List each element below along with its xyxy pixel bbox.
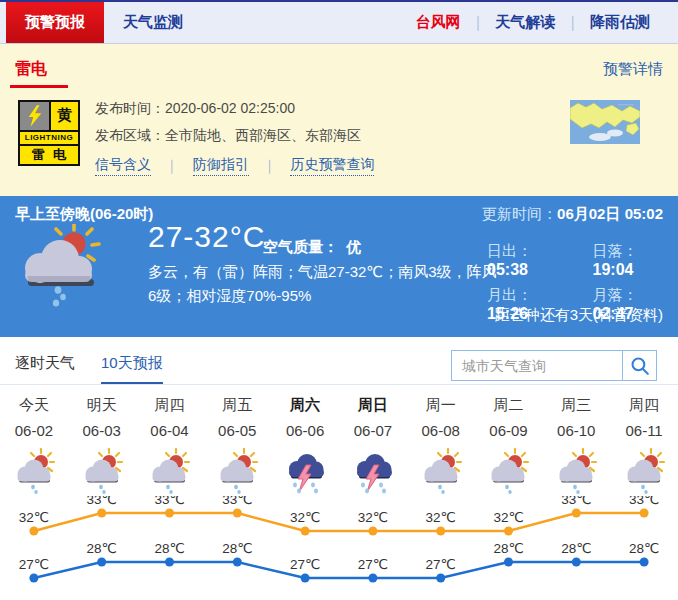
temp-point [165,558,174,567]
thunderstorm-icon [350,448,396,496]
forecast-column-06-07[interactable]: 周日06-07 [339,394,407,497]
warning-tab-underline [10,85,68,88]
forecast-column-06-10[interactable]: 周三06-10 [542,394,610,497]
day-date: 06-11 [625,421,662,447]
temp-point [301,574,310,583]
warning-link-3[interactable]: 历史预警查询 [290,156,374,176]
day-date: 06-04 [150,421,188,447]
day-date: 06-09 [489,421,527,447]
temp-point [29,527,38,536]
temp-label: 28℃ [561,541,591,556]
forecast-column-06-03[interactable]: 明天06-03 [68,394,136,497]
temp-point [368,527,377,536]
temp-point [301,527,310,536]
top-tab-1[interactable]: 预警预报 [6,2,104,43]
warning-area-map-thumbnail[interactable] [570,100,640,144]
temp-label: 28℃ [222,541,252,556]
forecast-period-title: 早上至傍晚(06-20时) [15,205,153,224]
forecast-column-06-05[interactable]: 周五06-05 [203,394,271,497]
day-date: 06-05 [218,421,256,447]
temp-label: 33℃ [561,496,591,507]
top-nav-bar: 预警预报天气监测 台风网｜天气解读｜降雨估测 [0,0,678,44]
top-link-2[interactable]: 天气解读 [485,13,565,32]
top-link-3[interactable]: 降雨估测 [580,13,660,32]
temp-point [572,509,581,518]
city-search-input[interactable] [452,351,622,380]
warning-section: 雷电 预警详情 黄 LIGHTNING 雷 电 发布时间：2020-06-02 … [0,44,678,196]
temp-point [368,574,377,583]
temp-label: 32℃ [290,510,320,525]
day-weather-icon [350,447,396,497]
day-name: 周一 [426,394,456,421]
top-tab-2[interactable]: 天气监测 [104,2,202,43]
day-name: 今天 [19,394,49,421]
sun-cloud-rain-icon [553,448,599,496]
temp-point [436,574,445,583]
day-weather-icon [485,447,531,497]
day-date: 06-03 [83,421,121,447]
warning-link-2[interactable]: 防御指引 [193,156,249,176]
forecast-column-06-06[interactable]: 周六06-06 [271,394,339,497]
temp-label: 28℃ [629,541,659,556]
high-temp-series: 32℃33℃33℃33℃32℃32℃32℃32℃33℃33℃ [19,496,659,536]
solar-term-note[interactable]: 距芒种还有3天(科普资料) [495,306,663,325]
low-temp-series: 27℃28℃28℃28℃27℃27℃27℃28℃28℃28℃ [19,541,659,583]
search-icon [629,355,651,377]
forecast-column-06-09[interactable]: 周二06-09 [475,394,543,497]
day-name: 周日 [358,394,388,421]
temp-label: 32℃ [358,510,388,525]
top-link-separator: ｜ [471,13,486,32]
publish-area-label: 发布区域： [95,127,165,143]
current-temp-range: 27-32°C [148,220,265,254]
day-weather-icon [553,447,599,497]
forecast-column-06-04[interactable]: 周四06-04 [136,394,204,497]
forecast-tab-2[interactable]: 10天预报 [101,354,163,385]
warning-type-label: 雷 电 [20,146,78,164]
city-search-button[interactable] [622,351,656,380]
top-link-separator: ｜ [565,13,580,32]
warning-english-label: LIGHTNING [20,132,78,146]
warning-type-tab[interactable]: 雷电 [15,59,47,80]
sun-cloud-rain-icon [146,448,192,496]
temp-label: 32℃ [426,510,456,525]
publish-area-row: 发布区域：全市陆地、西部海区、东部海区 [95,127,361,145]
air-quality-value[interactable]: 优 [346,238,361,255]
tabs-divider [0,384,678,385]
forecast-column-06-08[interactable]: 周一06-08 [407,394,475,497]
top-link-1[interactable]: 台风网 [406,13,471,32]
day-name: 周六 [290,394,320,421]
current-conditions-section: 早上至傍晚(06-20时) 更新时间：06月02日 05:02 [0,196,678,337]
temp-point [640,558,649,567]
day-date: 06-10 [557,421,595,447]
lightning-bolt-icon [20,102,51,130]
lightning-warning-badge: 黄 LIGHTNING 雷 电 [18,100,80,166]
forecast-column-06-11[interactable]: 周四06-11 [610,394,678,497]
day-name: 周五 [222,394,252,421]
sun-cloud-rain-icon [79,448,125,496]
forecast-tab-1[interactable]: 逐时天气 [15,354,75,385]
temp-point [640,509,649,518]
temp-point [572,558,581,567]
warning-grade-label: 黄 [51,102,78,130]
day-name: 明天 [87,394,117,421]
forecast-section: 逐时天气10天预报 今天06-02 明天06-03 [0,337,678,600]
temp-label: 28℃ [154,541,184,556]
thunderstorm-icon [282,448,328,496]
temperature-trend-chart: 32℃33℃33℃33℃32℃32℃32℃32℃33℃33℃27℃28℃28℃2… [0,496,678,600]
top-tabs: 预警预报天气监测 [6,2,202,43]
warning-link-1[interactable]: 信号含义 [95,156,151,176]
forecast-column-06-02[interactable]: 今天06-02 [0,394,68,497]
temp-label: 32℃ [493,510,523,525]
publish-time-value: 2020-06-02 02:25:00 [165,100,295,116]
day-date: 06-07 [354,421,392,447]
temp-label: 28℃ [493,541,523,556]
day-weather-icon [621,447,667,497]
day-date: 06-06 [286,421,324,447]
warning-detail-link[interactable]: 预警详情 [603,60,663,79]
top-links: 台风网｜天气解读｜降雨估测 [406,2,660,43]
temp-point [97,509,106,518]
weather-page: 预警预报天气监测 台风网｜天气解读｜降雨估测 雷电 预警详情 黄 LIGHTNI… [0,0,678,600]
day-weather-icon [146,447,192,497]
temp-label: 33℃ [629,496,659,507]
temp-label: 28℃ [87,541,117,556]
